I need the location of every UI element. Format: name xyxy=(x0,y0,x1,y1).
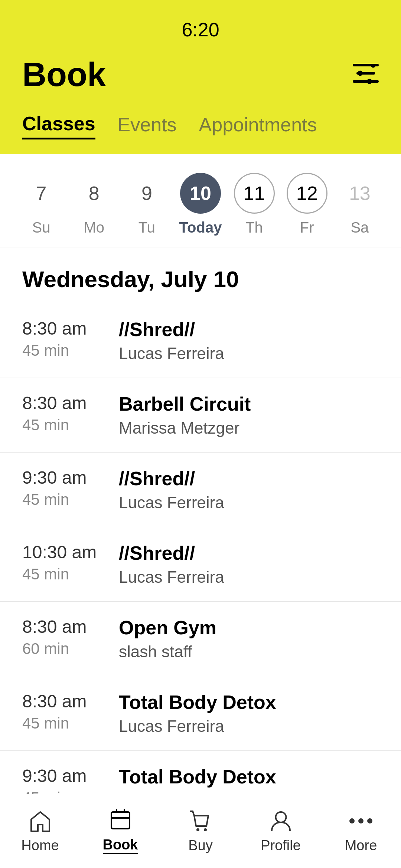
day-label-13: Sa xyxy=(351,219,369,236)
time-main-6: 8:30 am xyxy=(22,691,87,711)
svg-point-3 xyxy=(371,64,376,68)
class-time-3: 9:30 am 45 min xyxy=(22,467,111,509)
time-duration-5: 60 min xyxy=(22,640,69,658)
day-10[interactable]: 10 Today xyxy=(179,173,222,236)
day-number-13: 13 xyxy=(339,173,380,214)
book-icon xyxy=(108,808,133,832)
class-time-2: 8:30 am 45 min xyxy=(22,393,111,434)
tab-classes[interactable]: Classes xyxy=(22,112,95,139)
class-name-5: Open Gym xyxy=(119,617,379,639)
class-time-6: 8:30 am 45 min xyxy=(22,691,111,732)
tab-appointments[interactable]: Appointments xyxy=(199,114,317,139)
class-list: 8:30 am 45 min //Shred// Lucas Ferreira … xyxy=(0,303,401,822)
time-main-7: 9:30 am xyxy=(22,766,87,786)
time-main-2: 8:30 am xyxy=(22,393,87,413)
class-item-1[interactable]: 8:30 am 45 min //Shred// Lucas Ferreira xyxy=(0,303,401,378)
svg-point-10 xyxy=(196,828,199,831)
nav-home-label: Home xyxy=(21,838,59,854)
day-label-8: Mo xyxy=(84,219,104,236)
time-main-5: 8:30 am xyxy=(22,617,87,637)
time-main-3: 9:30 am xyxy=(22,467,87,488)
home-icon xyxy=(28,809,52,833)
bottom-nav: Home Book Buy Profile Mor xyxy=(0,794,401,868)
svg-point-5 xyxy=(367,79,372,84)
nav-more-label: More xyxy=(345,838,377,854)
class-name-2: Barbell Circuit xyxy=(119,393,379,415)
calendar-strip: 7 Su 8 Mo 9 Tu 10 Today 11 Th 12 Fr 13 S… xyxy=(0,154,401,247)
svg-rect-6 xyxy=(111,812,130,829)
svg-point-4 xyxy=(358,70,363,76)
header-row: Book xyxy=(22,56,379,94)
nav-book-label: Book xyxy=(103,837,138,854)
day-7[interactable]: 7 Su xyxy=(21,173,62,236)
header: 6:20 Book Classes Events Appointments xyxy=(0,0,401,154)
content-area: 7 Su 8 Mo 9 Tu 10 Today 11 Th 12 Fr 13 S… xyxy=(0,154,401,868)
day-number-8: 8 xyxy=(74,173,114,214)
class-instructor-1: Lucas Ferreira xyxy=(119,344,379,363)
nav-home[interactable]: Home xyxy=(0,809,80,854)
class-info-4: //Shred// Lucas Ferreira xyxy=(111,542,379,586)
class-info-7: Total Body Detox xyxy=(111,766,379,792)
class-instructor-2: Marissa Metzger xyxy=(119,419,379,437)
class-info-2: Barbell Circuit Marissa Metzger xyxy=(111,393,379,437)
time-duration-2: 45 min xyxy=(22,416,69,434)
day-number-10: 10 xyxy=(180,173,221,214)
nav-profile[interactable]: Profile xyxy=(241,809,321,854)
status-bar: 6:20 xyxy=(22,19,379,41)
more-icon xyxy=(349,809,372,833)
tabs: Classes Events Appointments xyxy=(22,112,379,139)
profile-icon xyxy=(269,809,293,833)
class-instructor-6: Lucas Ferreira xyxy=(119,717,379,736)
class-info-1: //Shred// Lucas Ferreira xyxy=(111,318,379,363)
date-heading: Wednesday, July 10 xyxy=(0,247,401,303)
class-name-3: //Shred// xyxy=(119,467,379,490)
class-name-6: Total Body Detox xyxy=(119,691,379,713)
svg-rect-2 xyxy=(353,80,379,83)
day-8[interactable]: 8 Mo xyxy=(74,173,114,236)
nav-more[interactable]: More xyxy=(321,809,401,854)
day-label-12: Fr xyxy=(300,219,314,236)
time-main-4: 10:30 am xyxy=(22,542,97,562)
class-info-3: //Shred// Lucas Ferreira xyxy=(111,467,379,512)
day-13[interactable]: 13 Sa xyxy=(339,173,380,236)
class-name-1: //Shred// xyxy=(119,318,379,341)
nav-profile-label: Profile xyxy=(261,838,301,854)
nav-buy-label: Buy xyxy=(188,838,212,854)
day-label-9: Tu xyxy=(138,219,155,236)
class-item-6[interactable]: 8:30 am 45 min Total Body Detox Lucas Fe… xyxy=(0,676,401,751)
day-number-11: 11 xyxy=(234,173,275,214)
class-name-4: //Shred// xyxy=(119,542,379,564)
class-name-7: Total Body Detox xyxy=(119,766,379,788)
day-number-9: 9 xyxy=(126,173,167,214)
class-item-5[interactable]: 8:30 am 60 min Open Gym slash staff xyxy=(0,602,401,676)
class-item-2[interactable]: 8:30 am 45 min Barbell Circuit Marissa M… xyxy=(0,378,401,453)
day-9[interactable]: 9 Tu xyxy=(126,173,167,236)
day-number-12: 12 xyxy=(287,173,327,214)
day-label-10: Today xyxy=(179,219,222,236)
class-item-4[interactable]: 10:30 am 45 min //Shred// Lucas Ferreira xyxy=(0,527,401,602)
nav-buy[interactable]: Buy xyxy=(160,809,241,854)
tab-events[interactable]: Events xyxy=(118,114,177,139)
class-info-5: Open Gym slash staff xyxy=(111,617,379,661)
time-duration-3: 45 min xyxy=(22,491,69,509)
class-time-1: 8:30 am 45 min xyxy=(22,318,111,359)
buy-icon xyxy=(189,809,213,833)
class-instructor-4: Lucas Ferreira xyxy=(119,568,379,586)
day-number-7: 7 xyxy=(21,173,62,214)
time-duration-1: 45 min xyxy=(22,342,69,359)
class-instructor-5: slash staff xyxy=(119,642,379,661)
page-title: Book xyxy=(22,56,106,94)
class-instructor-3: Lucas Ferreira xyxy=(119,493,379,512)
time-main-1: 8:30 am xyxy=(22,318,87,339)
day-12[interactable]: 12 Fr xyxy=(287,173,327,236)
filter-icon[interactable] xyxy=(353,64,379,86)
class-time-4: 10:30 am 45 min xyxy=(22,542,111,583)
day-label-7: Su xyxy=(32,219,50,236)
day-11[interactable]: 11 Th xyxy=(234,173,275,236)
class-item-3[interactable]: 9:30 am 45 min //Shred// Lucas Ferreira xyxy=(0,453,401,527)
class-info-6: Total Body Detox Lucas Ferreira xyxy=(111,691,379,736)
nav-book[interactable]: Book xyxy=(80,808,160,854)
status-time: 6:20 xyxy=(182,19,219,41)
svg-point-12 xyxy=(276,812,286,822)
time-duration-6: 45 min xyxy=(22,714,69,732)
